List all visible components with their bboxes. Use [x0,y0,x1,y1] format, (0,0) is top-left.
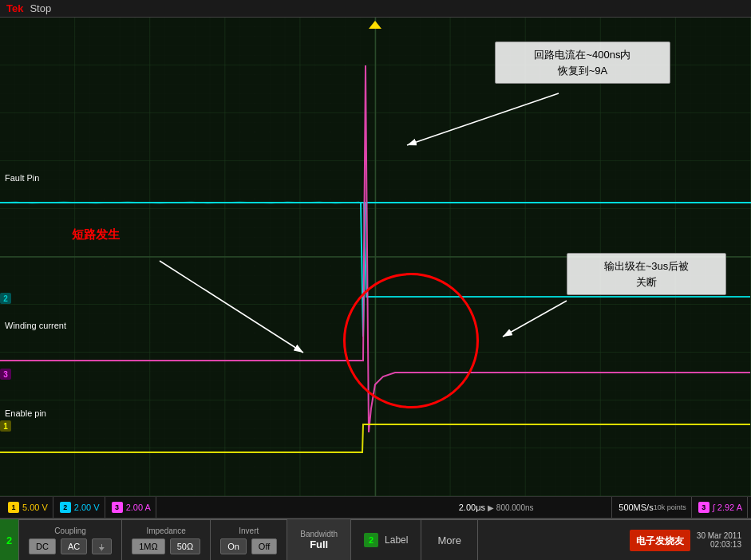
time-label: 02:03:13 [697,540,741,549]
ch3-meas: 3 ∫ 2.92 A [694,497,748,518]
more-section[interactable]: More [421,519,478,560]
ch2-label: Winding current [5,321,66,330]
coupling-title: Coupling [54,526,85,535]
date-label: 30 Mar 2011 [697,531,741,540]
impedance-section: Impedance 1MΩ 50Ω [122,519,211,560]
impedance-50-btn[interactable]: 50Ω [170,538,200,554]
ch3-status: 3 2.00 A [107,497,156,518]
annotation-recovery: 回路电流在~400ns内恢复到~9A [495,41,670,84]
ch2-channel-indicator: 2 [0,519,19,560]
ctrl-bar: 2 Coupling DC AC ⏚ Impedance 1MΩ 50Ω Inv… [0,519,751,560]
ch2-badge: 3 [0,369,11,380]
timebase-status: 2.00μs ▶ 800.000ns [381,497,612,518]
invert-off-btn[interactable]: Off [251,538,277,554]
label-section[interactable]: 2 Label [351,519,421,560]
annotation-short: 短路发生 [64,221,128,249]
ch1-badge: 2 [0,293,11,304]
ch1-label: Fault Pin [5,173,39,183]
ch3-label: Enable pin [5,408,46,418]
ch3-badge: 1 [0,420,11,432]
bandwidth-value: Full [310,538,328,550]
invert-title: Invert [239,526,259,535]
label-ch-badge: 2 [364,533,378,547]
status-bar: 1 5.00 V 2 2.00 V 3 2.00 A 2.00μs ▶ 800.… [0,496,751,519]
invert-section: Invert On Off [211,519,287,560]
logo-text: 电子发烧友 [636,535,684,546]
scope-screen: Fault Pin Winding current Enable pin 2 3… [0,18,751,496]
impedance-1m-btn[interactable]: 1MΩ [132,538,165,554]
bandwidth-section: Bandwidth Full [287,519,351,560]
coupling-section: Coupling DC AC ⏚ [19,519,122,560]
logo-section: 电子发烧友 30 Mar 2011 02:03:13 [620,519,751,560]
more-label: More [437,534,461,546]
top-bar: Tek Stop [0,0,751,18]
impedance-title: Impedance [146,526,185,535]
invert-on-btn[interactable]: On [220,538,247,554]
status-label: Stop [30,2,51,14]
ch1-status: 1 5.00 V [3,497,53,518]
ch2-status: 2 2.00 V [55,497,105,518]
coupling-gnd-btn[interactable]: ⏚ [92,538,112,554]
annotation-shutdown: 输出级在~3us后被关断 [567,253,726,295]
coupling-ac-btn[interactable]: AC [61,538,87,554]
label-text: Label [385,534,408,546]
coupling-dc-btn[interactable]: DC [29,538,56,554]
samplerate-status: 500MS/s 10k points [614,497,691,518]
bandwidth-title: Bandwidth [300,530,338,538]
brand-label: Tek [6,2,23,14]
